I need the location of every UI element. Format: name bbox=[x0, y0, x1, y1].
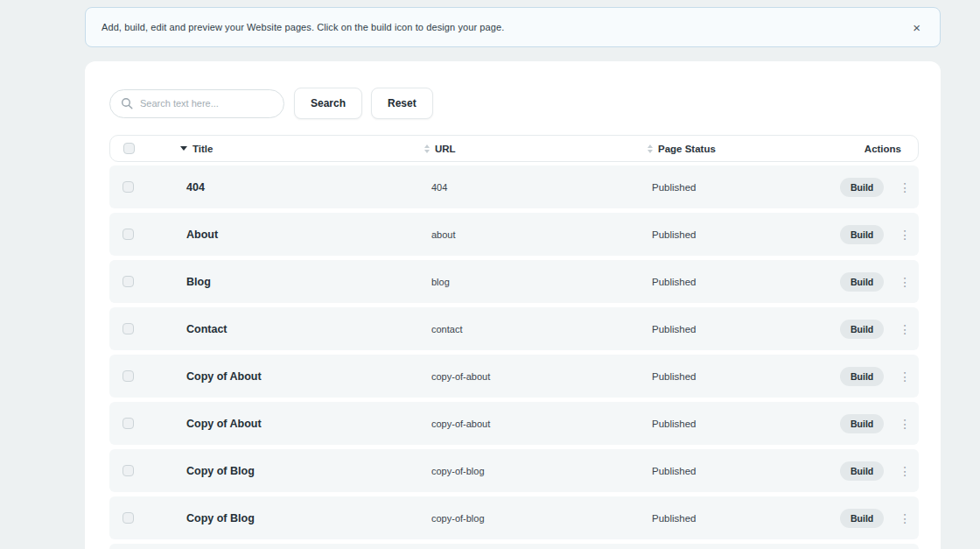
url-cell: copy-of-blog bbox=[420, 466, 643, 476]
kebab-menu-icon[interactable]: ⋮ bbox=[899, 276, 911, 288]
status-cell: Published bbox=[643, 229, 840, 240]
header-check-cell bbox=[110, 143, 178, 154]
build-button[interactable]: Build bbox=[840, 461, 884, 481]
kebab-menu-icon[interactable]: ⋮ bbox=[899, 418, 911, 430]
column-header-status[interactable]: Page Status bbox=[644, 144, 841, 154]
column-header-title-label: Title bbox=[192, 144, 213, 154]
title-cell: About bbox=[178, 229, 420, 241]
url-cell: blog bbox=[420, 277, 643, 287]
url-cell: copy-of-blog bbox=[420, 513, 643, 524]
table-row: About about Published Build ⋮ bbox=[109, 213, 919, 256]
column-header-url-label: URL bbox=[435, 144, 456, 154]
build-button[interactable]: Build bbox=[840, 225, 884, 244]
search-input[interactable] bbox=[140, 98, 273, 109]
column-header-url[interactable]: URL bbox=[421, 144, 644, 154]
table-header: Title URL Page Status Actions bbox=[109, 135, 919, 162]
column-header-actions: Actions bbox=[841, 144, 918, 154]
url-cell: copy-of-about bbox=[420, 419, 643, 429]
kebab-menu-icon[interactable]: ⋮ bbox=[899, 370, 911, 383]
table-row: Copy of About copy-of-about Published Bu… bbox=[109, 355, 919, 398]
table-row: Blog blog Published Build ⋮ bbox=[109, 260, 919, 303]
row-checkbox[interactable] bbox=[122, 323, 134, 334]
status-cell: Published bbox=[643, 182, 840, 193]
table-row: Copy of About copy-of-about Published Bu… bbox=[109, 402, 919, 445]
banner-text: Add, build, edit and preview your Websit… bbox=[102, 22, 504, 32]
pages-card: Search Reset Title URL Pag bbox=[85, 61, 941, 549]
search-box bbox=[109, 89, 284, 118]
row-checkbox[interactable] bbox=[122, 370, 134, 382]
select-all-checkbox[interactable] bbox=[123, 143, 135, 154]
reset-button[interactable]: Reset bbox=[371, 88, 433, 119]
sort-icon bbox=[648, 144, 653, 153]
pages-table: Title URL Page Status Actions 404 404 bbox=[109, 135, 919, 549]
column-header-status-label: Page Status bbox=[658, 144, 716, 154]
status-cell: Published bbox=[643, 324, 840, 334]
toolbar: Search Reset bbox=[109, 88, 919, 119]
url-cell: copy-of-about bbox=[420, 371, 643, 382]
url-cell: about bbox=[420, 229, 643, 240]
info-banner: Add, build, edit and preview your Websit… bbox=[85, 7, 941, 47]
sort-desc-icon bbox=[180, 146, 187, 151]
url-cell: 404 bbox=[420, 182, 643, 193]
row-checkbox[interactable] bbox=[122, 276, 134, 287]
build-button[interactable]: Build bbox=[840, 272, 884, 292]
build-button[interactable]: Build bbox=[840, 509, 884, 528]
build-button[interactable]: Build bbox=[840, 367, 884, 386]
title-cell: Blog bbox=[178, 276, 420, 288]
kebab-menu-icon[interactable]: ⋮ bbox=[899, 465, 911, 477]
build-button[interactable]: Build bbox=[840, 414, 884, 433]
kebab-menu-icon[interactable]: ⋮ bbox=[899, 229, 911, 241]
status-cell: Published bbox=[643, 466, 840, 476]
title-cell: Copy of Blog bbox=[178, 512, 420, 524]
sort-icon bbox=[424, 144, 430, 153]
close-icon[interactable]: × bbox=[909, 19, 924, 36]
title-cell: 404 bbox=[178, 181, 420, 194]
table-row: Copy of Blog copy-of-blog Published Buil… bbox=[109, 449, 919, 492]
table-row: 404 404 Published Build ⋮ bbox=[109, 165, 919, 208]
build-button[interactable]: Build bbox=[840, 320, 884, 339]
status-cell: Published bbox=[643, 419, 840, 429]
page-root: Add, build, edit and preview your Websit… bbox=[0, 0, 980, 549]
title-cell: Copy of About bbox=[178, 370, 420, 383]
title-cell: Copy of About bbox=[178, 418, 420, 430]
table-row-partial bbox=[109, 544, 919, 549]
status-cell: Published bbox=[643, 371, 840, 382]
row-checkbox[interactable] bbox=[122, 465, 134, 476]
table-row: Copy of Blog copy-of-blog Published Buil… bbox=[109, 496, 919, 539]
row-checkbox[interactable] bbox=[122, 181, 134, 193]
status-cell: Published bbox=[643, 513, 840, 524]
title-cell: Copy of Blog bbox=[178, 465, 420, 477]
row-checkbox[interactable] bbox=[122, 418, 134, 429]
url-cell: contact bbox=[420, 324, 643, 334]
status-cell: Published bbox=[643, 277, 840, 287]
column-header-title[interactable]: Title bbox=[178, 144, 421, 154]
row-checkbox[interactable] bbox=[122, 512, 134, 524]
row-checkbox[interactable] bbox=[122, 229, 134, 240]
kebab-menu-icon[interactable]: ⋮ bbox=[899, 181, 911, 194]
kebab-menu-icon[interactable]: ⋮ bbox=[899, 512, 911, 524]
search-button[interactable]: Search bbox=[294, 88, 362, 119]
table-row: Contact contact Published Build ⋮ bbox=[109, 307, 919, 350]
search-icon bbox=[121, 97, 133, 109]
kebab-menu-icon[interactable]: ⋮ bbox=[899, 323, 911, 335]
build-button[interactable]: Build bbox=[840, 178, 884, 197]
title-cell: Contact bbox=[178, 323, 420, 335]
column-header-actions-label: Actions bbox=[864, 144, 901, 154]
